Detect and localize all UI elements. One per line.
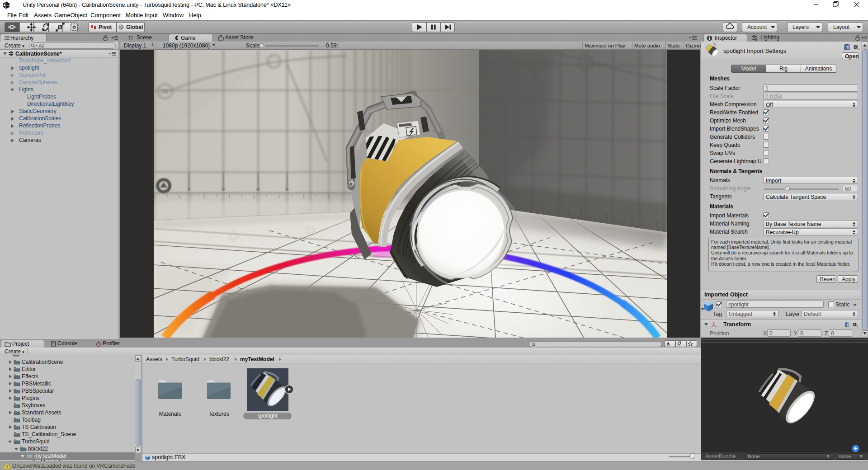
svg-text:?: ? <box>846 323 849 327</box>
svg-text:?: ? <box>846 45 848 50</box>
